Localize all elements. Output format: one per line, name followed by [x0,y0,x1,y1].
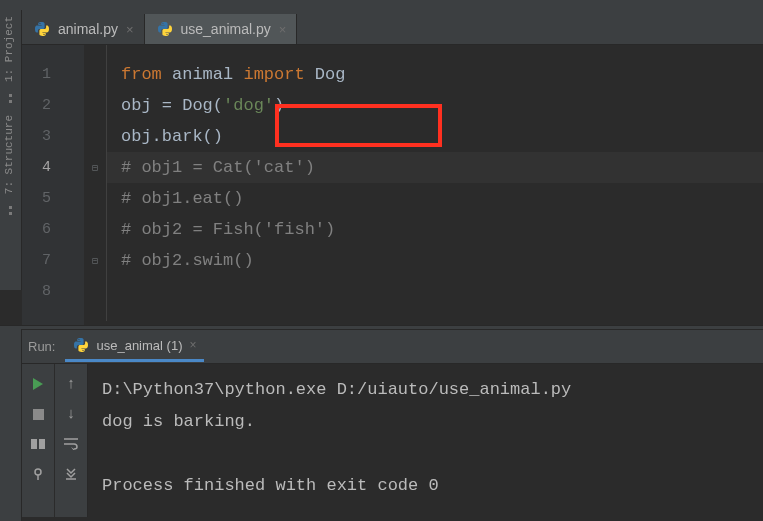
structure-toolwindow-button[interactable]: 7: Structure [0,109,18,200]
tool-window-bar-bottom [0,329,22,521]
stop-icon[interactable] [30,406,46,422]
line-number: 5 [22,183,84,214]
scroll-to-end-icon[interactable] [63,466,79,482]
fold-gutter: ⊟ ⊟ [84,45,106,325]
fold-end-icon[interactable]: ⊟ [90,256,100,266]
line-number: 1 [22,59,84,90]
line-number: 7 [22,245,84,276]
run-toolbar-primary [22,364,55,517]
tab-use-animal[interactable]: use_animal.py × [145,14,298,44]
code-editor[interactable]: 1 2 3 4 5 6 7 8 ⊟ ⊟ from animal import D… [22,45,763,325]
tool-window-bar: 1: Project 7: Structure [0,10,22,290]
tab-label: animal.py [58,21,118,37]
layout-icon[interactable] [30,436,46,452]
python-file-icon [73,337,89,353]
svg-rect-1 [39,439,45,449]
up-arrow-icon[interactable]: ↑ [63,376,79,392]
python-file-icon [34,21,50,37]
console-output[interactable]: D:\Python37\python.exe D:/uiauto/use_ani… [88,364,763,517]
line-number: 3 [22,121,84,152]
tab-label: use_animal.py [181,21,271,37]
python-file-icon [157,21,173,37]
line-number: 2 [22,90,84,121]
run-panel-header: Run: use_animal (1) × [22,330,763,364]
pin-icon[interactable] [30,466,46,482]
run-toolbar-secondary: ↑ ↓ [55,364,88,517]
wrap-icon[interactable] [63,436,79,452]
line-number: 8 [22,276,84,307]
fold-start-icon[interactable]: ⊟ [90,163,100,173]
line-number-gutter: 1 2 3 4 5 6 7 8 [22,45,84,325]
line-number: 4 [22,152,84,183]
tab-animal[interactable]: animal.py × [22,14,145,44]
down-arrow-icon[interactable]: ↓ [63,406,79,422]
svg-point-2 [35,469,41,475]
run-panel-title: Run: [28,339,55,354]
project-toolwindow-button[interactable]: 1: Project [0,10,18,88]
close-icon[interactable]: × [189,338,196,352]
run-config-tab[interactable]: use_animal (1) × [65,331,204,362]
svg-rect-0 [31,439,37,449]
run-tab-label: use_animal (1) [96,338,182,353]
close-icon[interactable]: × [279,22,287,37]
editor-tabs: animal.py × use_animal.py × [22,10,763,45]
code-text[interactable]: from animal import Dog obj = Dog('dog') … [106,45,763,321]
close-icon[interactable]: × [126,22,134,37]
run-icon[interactable] [30,376,46,392]
line-number: 6 [22,214,84,245]
